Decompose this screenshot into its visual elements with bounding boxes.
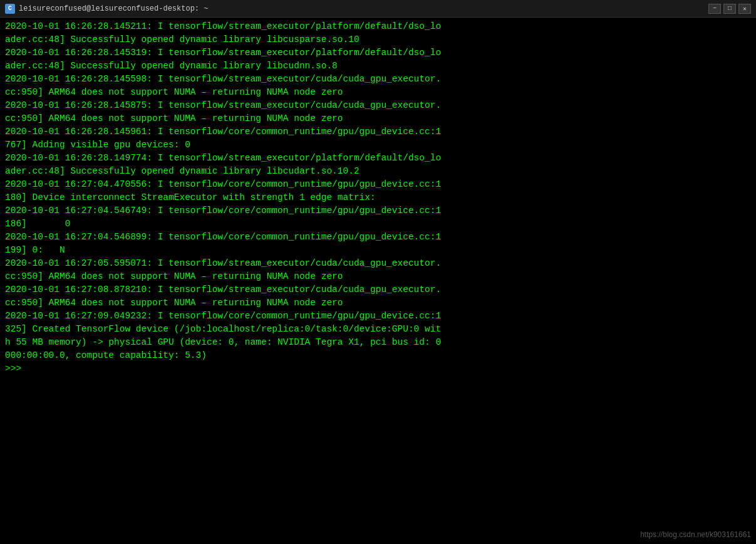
terminal-body: 2020-10-01 16:26:28.145211: I tensorflow… xyxy=(0,18,756,544)
maximize-button[interactable]: □ xyxy=(723,4,736,14)
terminal-line: 2020-10-01 16:27:05.595071: I tensorflow… xyxy=(5,257,751,270)
terminal-line: 186] 0 xyxy=(5,217,751,231)
title-bar: C leisureconfused@leisureconfused-deskto… xyxy=(0,0,756,18)
terminal-line: cc:950] ARM64 does not support NUMA – re… xyxy=(5,86,751,99)
terminal-line: cc:950] ARM64 does not support NUMA – re… xyxy=(5,296,751,310)
terminal-line: 2020-10-01 16:27:04.470556: I tensorflow… xyxy=(5,178,751,191)
title-bar-text: leisureconfused@leisureconfused-desktop:… xyxy=(19,4,208,13)
terminal-line: 2020-10-01 16:26:28.145319: I tensorflow… xyxy=(5,46,751,60)
terminal-line: ader.cc:48] Successfully opened dynamic … xyxy=(5,60,751,73)
terminal-line: 767] Adding visible gpu devices: 0 xyxy=(5,139,751,152)
close-button[interactable]: ✕ xyxy=(738,4,751,14)
terminal-line: cc:950] ARM64 does not support NUMA – re… xyxy=(5,270,751,283)
terminal-line: h 55 MB memory) -> physical GPU (device:… xyxy=(5,336,751,349)
terminal-line: >>> xyxy=(5,362,751,375)
terminal-line: 180] Device interconnect StreamExecutor … xyxy=(5,191,751,204)
terminal-line: 2020-10-01 16:26:28.145961: I tensorflow… xyxy=(5,125,751,139)
terminal-line: 2020-10-01 16:27:04.546749: I tensorflow… xyxy=(5,204,751,217)
terminal-line: 2020-10-01 16:26:28.145875: I tensorflow… xyxy=(5,99,751,112)
terminal-line: 199] 0: N xyxy=(5,244,751,257)
terminal-line: ader.cc:48] Successfully opened dynamic … xyxy=(5,33,751,46)
terminal-line: 2020-10-01 16:27:04.546899: I tensorflow… xyxy=(5,231,751,244)
terminal-line: 2020-10-01 16:27:09.049232: I tensorflow… xyxy=(5,310,751,323)
terminal-line: 000:00:00.0, compute capability: 5.3) xyxy=(5,349,751,362)
terminal-line: 2020-10-01 16:27:08.878210: I tensorflow… xyxy=(5,283,751,296)
terminal-line: 2020-10-01 16:26:28.149774: I tensorflow… xyxy=(5,152,751,165)
terminal-icon: C xyxy=(5,4,15,14)
terminal-line: 325] Created TensorFlow device (/job:loc… xyxy=(5,323,751,336)
watermark: https://blog.csdn.net/k903161661 xyxy=(640,530,751,539)
terminal-line: 2020-10-01 16:26:28.145598: I tensorflow… xyxy=(5,73,751,86)
terminal-output: 2020-10-01 16:26:28.145211: I tensorflow… xyxy=(5,20,751,375)
terminal-line: 2020-10-01 16:26:28.145211: I tensorflow… xyxy=(5,20,751,33)
minimize-button[interactable]: − xyxy=(708,4,721,14)
terminal-line: cc:950] ARM64 does not support NUMA – re… xyxy=(5,112,751,125)
terminal-line: ader.cc:48] Successfully opened dynamic … xyxy=(5,165,751,178)
